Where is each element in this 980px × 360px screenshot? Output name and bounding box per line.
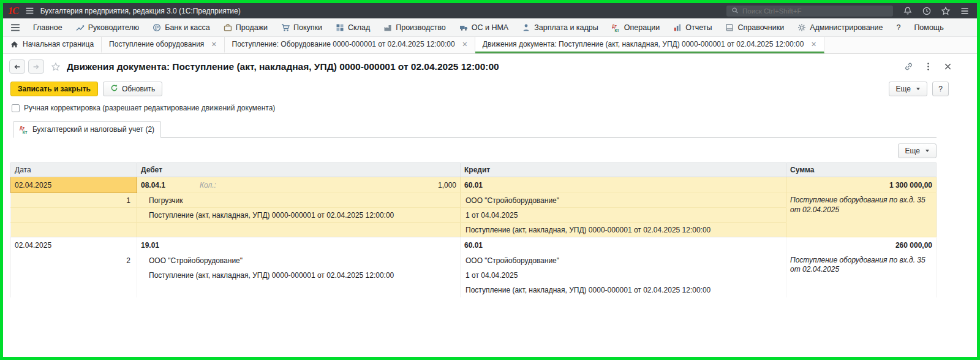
menu-item-label: Главное xyxy=(33,23,62,32)
add-favorite-star-icon[interactable] xyxy=(51,62,61,72)
sections-burger-icon[interactable] xyxy=(9,21,21,34)
system-menu-icon[interactable] xyxy=(24,6,35,16)
notifications-bell-icon[interactable] xyxy=(903,6,913,16)
menu-item-label: Покупки xyxy=(293,23,322,32)
cell-debit-subconto[interactable]: Поступление (акт, накладная, УПД) 0000-0… xyxy=(137,268,461,283)
tab-3[interactable]: Движения документа: Поступление (акт, на… xyxy=(475,37,824,53)
dt-kt-icon: ДтКт xyxy=(20,125,28,134)
save-and-close-button[interactable]: Записать и закрыть xyxy=(10,82,98,96)
menu-item-pomosch[interactable]: Помощь xyxy=(907,18,950,36)
menu-item-label: Производство xyxy=(396,23,446,32)
search-input[interactable] xyxy=(742,7,888,15)
gear-icon xyxy=(797,23,806,32)
cell-debit-subconto[interactable]: Поступление (акт, накладная, УПД) 0000-0… xyxy=(137,208,461,223)
cart-icon xyxy=(281,23,290,32)
col-header-debit[interactable]: Дебет xyxy=(137,163,461,177)
cell-credit-subconto[interactable]: Поступление (акт, накладная, УПД) 0000-0… xyxy=(461,283,786,297)
svg-text:Кт: Кт xyxy=(23,130,28,134)
tab-home[interactable]: Начальная страница xyxy=(3,37,102,53)
col-header-credit[interactable]: Кредит xyxy=(461,163,786,177)
close-form-icon[interactable] xyxy=(943,62,952,71)
movement-1-main-row[interactable]: 02.04.2025 08.04.1 Кол.: 1,000 60.01 1 3… xyxy=(11,177,937,193)
col-header-date[interactable]: Дата xyxy=(11,163,137,177)
more-button[interactable]: Еще xyxy=(889,82,927,96)
global-search[interactable] xyxy=(726,6,893,17)
more-dots-icon[interactable] xyxy=(924,62,933,71)
tab-accounting-register[interactable]: ДтКт Бухгалтерский и налоговый учет (2) xyxy=(13,121,161,138)
grid-icon xyxy=(336,23,344,32)
form-area: Движения документа: Поступление (акт, на… xyxy=(3,54,977,357)
menu-item-rukovoditelyu[interactable]: Руководителю xyxy=(69,18,146,36)
cell-empty xyxy=(137,223,461,237)
page-title: Движения документа: Поступление (акт, на… xyxy=(67,61,499,72)
app-title: Бухгалтерия предприятия, редакция 3.0 (1… xyxy=(40,7,241,15)
tab-1[interactable]: Поступление оборудования× xyxy=(102,37,224,53)
cell-credit-account[interactable]: 60.01 xyxy=(461,177,786,193)
movement-2-main-row[interactable]: 02.04.2025 19.01 60.01 260 000,00 xyxy=(11,237,937,253)
manual-correction-checkbox[interactable] xyxy=(12,104,20,112)
cell-debit-subconto[interactable]: ООО "Стройоборудование" xyxy=(137,253,461,268)
movement-1-subconto-row[interactable]: 1 Погрузчик ООО "Стройоборудование" Пост… xyxy=(11,193,937,208)
cell-credit-subconto[interactable]: ООО "Стройоборудование" xyxy=(461,253,786,268)
book-icon xyxy=(725,23,734,32)
tab-close-icon[interactable]: × xyxy=(811,40,816,48)
tab-close-icon[interactable]: × xyxy=(462,40,467,48)
cell-credit-subconto[interactable]: Поступление (акт, накладная, УПД) 0000-0… xyxy=(461,223,786,237)
menu-item-label: Администрирование xyxy=(810,23,883,32)
menu-item-prodazhi[interactable]: Продажи xyxy=(217,18,274,36)
cell-comment[interactable]: Поступление оборудования по вх.д. 35 от … xyxy=(786,253,937,297)
tab-2[interactable]: Поступление: Оборудование 0000-000001 от… xyxy=(225,37,475,53)
cell-debit-account[interactable]: 19.01 xyxy=(137,237,461,253)
help-button[interactable]: ? xyxy=(932,82,949,96)
service-menu-icon[interactable] xyxy=(960,6,970,16)
chevron-down-icon xyxy=(925,150,929,152)
svg-text:Кт: Кт xyxy=(614,28,619,32)
menu-item-sklad[interactable]: Склад xyxy=(329,18,377,36)
cell-debit-account[interactable]: 08.04.1 Кол.: 1,000 xyxy=(137,177,461,193)
table-more-button[interactable]: Еще xyxy=(898,144,937,158)
cell-date[interactable]: 02.04.2025 xyxy=(11,237,137,253)
tab-close-icon[interactable]: × xyxy=(211,40,216,48)
menu-item-help[interactable]: ? xyxy=(889,18,907,36)
table-header-row: Дата Дебет Кредит Сумма xyxy=(11,163,937,177)
cell-empty xyxy=(137,283,461,297)
dtkt-icon: ДтКт xyxy=(612,23,620,32)
menu-item-operacii[interactable]: ДтКтОперации xyxy=(605,18,666,36)
home-icon xyxy=(10,40,18,48)
menu-item-zarplata-i-kadry[interactable]: Зарплата и кадры xyxy=(515,18,605,36)
menu-item-label: ОС и НМА xyxy=(472,23,508,32)
cell-credit-subconto[interactable]: ООО "Стройоборудование" xyxy=(461,193,786,208)
menu-item-glavnoe[interactable]: Главное xyxy=(26,18,69,36)
menu-item-bank-i-kassa[interactable]: Банк и касса xyxy=(146,18,217,36)
refresh-button[interactable]: Обновить xyxy=(103,82,162,96)
menu-item-otchety[interactable]: Отчеты xyxy=(666,18,718,36)
register-tab-label: Бухгалтерский и налоговый учет (2) xyxy=(32,125,154,134)
copy-link-icon[interactable] xyxy=(904,62,913,71)
cell-credit-subconto[interactable]: 1 от 04.04.2025 xyxy=(461,208,786,223)
cell-comment[interactable]: Поступление оборудования по вх.д. 35 от … xyxy=(786,193,937,237)
menu-item-label: Банк и касса xyxy=(165,23,210,32)
cell-row-number[interactable]: 2 xyxy=(11,253,137,268)
cell-debit-subconto[interactable]: Погрузчик xyxy=(137,193,461,208)
menu-item-label: Зарплата и кадры xyxy=(534,23,598,32)
cell-amount[interactable]: 1 300 000,00 xyxy=(786,177,937,193)
cell-amount[interactable]: 260 000,00 xyxy=(786,237,937,253)
credit-account: 60.01 xyxy=(464,241,483,250)
menu-item-os-i-nma[interactable]: ОС и НМА xyxy=(453,18,515,36)
sections-menubar: ГлавноеРуководителюБанк и кассаПродажиПо… xyxy=(3,18,977,37)
cell-credit-subconto[interactable]: 1 от 04.04.2025 xyxy=(461,268,786,283)
menu-item-proizvodstvo[interactable]: Производство xyxy=(377,18,453,36)
forward-button[interactable] xyxy=(28,59,44,74)
history-icon[interactable] xyxy=(922,6,932,16)
menu-item-spravochniki[interactable]: Справочники xyxy=(718,18,791,36)
cell-credit-account[interactable]: 60.01 xyxy=(461,237,786,253)
menu-item-administrirovanie[interactable]: Администрирование xyxy=(791,18,889,36)
cell-date-selected[interactable]: 02.04.2025 xyxy=(11,177,137,193)
col-header-amount[interactable]: Сумма xyxy=(786,163,937,177)
menu-item-label: Склад xyxy=(348,23,370,32)
menu-item-pokupki[interactable]: Покупки xyxy=(274,18,329,36)
favorites-star-icon[interactable] xyxy=(941,6,951,16)
cell-row-number[interactable]: 1 xyxy=(11,193,137,208)
back-button[interactable] xyxy=(9,59,25,74)
movement-2-subconto-row[interactable]: 2 ООО "Стройоборудование" ООО "Стройобор… xyxy=(11,253,937,268)
